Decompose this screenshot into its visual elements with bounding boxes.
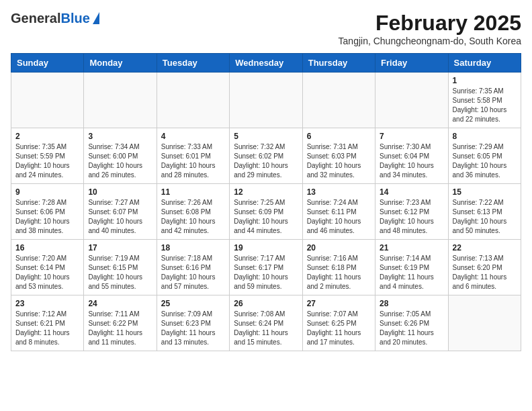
day-info: Sunrise: 7:19 AM Sunset: 6:15 PM Dayligh… bbox=[88, 254, 152, 291]
weekday-header-tuesday: Tuesday bbox=[157, 54, 229, 73]
calendar-day: 12Sunrise: 7:25 AM Sunset: 6:09 PM Dayli… bbox=[230, 184, 302, 240]
calendar-day: 20Sunrise: 7:16 AM Sunset: 6:18 PM Dayli… bbox=[302, 240, 375, 295]
calendar-day: 17Sunrise: 7:19 AM Sunset: 6:15 PM Dayli… bbox=[84, 240, 157, 295]
calendar-day: 24Sunrise: 7:11 AM Sunset: 6:22 PM Dayli… bbox=[84, 295, 157, 351]
day-info: Sunrise: 7:33 AM Sunset: 6:01 PM Dayligh… bbox=[161, 142, 225, 180]
day-number: 14 bbox=[380, 187, 443, 197]
logo-blue: Blue bbox=[60, 11, 89, 26]
calendar-week-3: 9Sunrise: 7:28 AM Sunset: 6:06 PM Daylig… bbox=[11, 184, 521, 240]
day-info: Sunrise: 7:22 AM Sunset: 6:13 PM Dayligh… bbox=[453, 198, 517, 236]
day-info: Sunrise: 7:11 AM Sunset: 6:22 PM Dayligh… bbox=[88, 310, 152, 347]
weekday-header-monday: Monday bbox=[84, 54, 157, 73]
day-info: Sunrise: 7:05 AM Sunset: 6:26 PM Dayligh… bbox=[380, 310, 443, 347]
calendar-day bbox=[84, 73, 157, 128]
month-title: February 2025 bbox=[339, 11, 521, 36]
day-info: Sunrise: 7:18 AM Sunset: 6:16 PM Dayligh… bbox=[161, 254, 225, 291]
day-number: 1 bbox=[453, 76, 517, 85]
calendar-day: 27Sunrise: 7:07 AM Sunset: 6:25 PM Dayli… bbox=[302, 295, 375, 351]
weekday-header-friday: Friday bbox=[375, 54, 448, 73]
day-number: 24 bbox=[88, 299, 152, 308]
day-number: 8 bbox=[453, 132, 517, 141]
day-number: 18 bbox=[161, 243, 225, 253]
day-number: 2 bbox=[15, 132, 79, 141]
calendar-table: SundayMondayTuesdayWednesdayThursdayFrid… bbox=[11, 53, 521, 351]
day-number: 17 bbox=[88, 243, 152, 253]
logo: GeneralBlue bbox=[11, 11, 99, 26]
day-info: Sunrise: 7:35 AM Sunset: 5:58 PM Dayligh… bbox=[453, 87, 517, 124]
calendar-day bbox=[448, 295, 521, 351]
logo-triangle-icon bbox=[93, 12, 99, 24]
day-number: 28 bbox=[380, 299, 443, 308]
day-info: Sunrise: 7:32 AM Sunset: 6:02 PM Dayligh… bbox=[234, 142, 298, 180]
calendar-day bbox=[230, 73, 302, 128]
calendar-week-2: 2Sunrise: 7:35 AM Sunset: 5:59 PM Daylig… bbox=[11, 128, 521, 184]
day-number: 26 bbox=[234, 299, 298, 308]
day-info: Sunrise: 7:31 AM Sunset: 6:03 PM Dayligh… bbox=[307, 142, 371, 180]
day-number: 20 bbox=[307, 243, 371, 253]
day-info: Sunrise: 7:29 AM Sunset: 6:05 PM Dayligh… bbox=[453, 142, 517, 180]
day-info: Sunrise: 7:07 AM Sunset: 6:25 PM Dayligh… bbox=[307, 310, 371, 347]
day-number: 27 bbox=[307, 299, 371, 308]
day-info: Sunrise: 7:25 AM Sunset: 6:09 PM Dayligh… bbox=[234, 198, 298, 236]
calendar-day: 13Sunrise: 7:24 AM Sunset: 6:11 PM Dayli… bbox=[302, 184, 375, 240]
day-number: 22 bbox=[453, 243, 517, 253]
day-number: 25 bbox=[161, 299, 225, 308]
day-number: 3 bbox=[88, 132, 152, 141]
calendar-day bbox=[11, 73, 84, 128]
day-info: Sunrise: 7:26 AM Sunset: 6:08 PM Dayligh… bbox=[161, 198, 225, 236]
day-info: Sunrise: 7:23 AM Sunset: 6:12 PM Dayligh… bbox=[380, 198, 443, 236]
calendar-day bbox=[375, 73, 448, 128]
title-section: February 2025 Tangjin, Chungcheongnam-do… bbox=[339, 11, 521, 46]
weekday-header-row: SundayMondayTuesdayWednesdayThursdayFrid… bbox=[11, 54, 521, 73]
calendar-day: 14Sunrise: 7:23 AM Sunset: 6:12 PM Dayli… bbox=[375, 184, 448, 240]
calendar-day: 10Sunrise: 7:27 AM Sunset: 6:07 PM Dayli… bbox=[84, 184, 157, 240]
calendar-day: 28Sunrise: 7:05 AM Sunset: 6:26 PM Dayli… bbox=[375, 295, 448, 351]
day-info: Sunrise: 7:09 AM Sunset: 6:23 PM Dayligh… bbox=[161, 310, 225, 347]
calendar-day: 1Sunrise: 7:35 AM Sunset: 5:58 PM Daylig… bbox=[448, 73, 521, 128]
day-info: Sunrise: 7:13 AM Sunset: 6:20 PM Dayligh… bbox=[453, 254, 517, 291]
weekday-header-sunday: Sunday bbox=[11, 54, 84, 73]
day-info: Sunrise: 7:34 AM Sunset: 6:00 PM Dayligh… bbox=[88, 142, 152, 180]
day-number: 21 bbox=[380, 243, 443, 253]
calendar-day: 9Sunrise: 7:28 AM Sunset: 6:06 PM Daylig… bbox=[11, 184, 84, 240]
day-info: Sunrise: 7:17 AM Sunset: 6:17 PM Dayligh… bbox=[234, 254, 298, 291]
weekday-header-saturday: Saturday bbox=[448, 54, 521, 73]
day-info: Sunrise: 7:16 AM Sunset: 6:18 PM Dayligh… bbox=[307, 254, 371, 291]
day-number: 9 bbox=[15, 187, 79, 197]
calendar-day: 2Sunrise: 7:35 AM Sunset: 5:59 PM Daylig… bbox=[11, 128, 84, 184]
calendar-day: 11Sunrise: 7:26 AM Sunset: 6:08 PM Dayli… bbox=[157, 184, 229, 240]
day-info: Sunrise: 7:28 AM Sunset: 6:06 PM Dayligh… bbox=[15, 198, 79, 236]
weekday-header-thursday: Thursday bbox=[302, 54, 375, 73]
day-info: Sunrise: 7:08 AM Sunset: 6:24 PM Dayligh… bbox=[234, 310, 298, 347]
calendar-day: 15Sunrise: 7:22 AM Sunset: 6:13 PM Dayli… bbox=[448, 184, 521, 240]
day-info: Sunrise: 7:12 AM Sunset: 6:21 PM Dayligh… bbox=[15, 310, 79, 347]
calendar-day: 7Sunrise: 7:30 AM Sunset: 6:04 PM Daylig… bbox=[375, 128, 448, 184]
location-subtitle: Tangjin, Chungcheongnam-do, South Korea bbox=[339, 36, 521, 46]
day-info: Sunrise: 7:20 AM Sunset: 6:14 PM Dayligh… bbox=[15, 254, 79, 291]
calendar-day: 22Sunrise: 7:13 AM Sunset: 6:20 PM Dayli… bbox=[448, 240, 521, 295]
calendar-day: 25Sunrise: 7:09 AM Sunset: 6:23 PM Dayli… bbox=[157, 295, 229, 351]
day-info: Sunrise: 7:30 AM Sunset: 6:04 PM Dayligh… bbox=[380, 142, 443, 180]
calendar-day: 6Sunrise: 7:31 AM Sunset: 6:03 PM Daylig… bbox=[302, 128, 375, 184]
calendar-day bbox=[157, 73, 229, 128]
calendar-day: 21Sunrise: 7:14 AM Sunset: 6:19 PM Dayli… bbox=[375, 240, 448, 295]
day-number: 5 bbox=[234, 132, 298, 141]
calendar-day: 18Sunrise: 7:18 AM Sunset: 6:16 PM Dayli… bbox=[157, 240, 229, 295]
logo-general: General bbox=[11, 11, 60, 26]
day-number: 13 bbox=[307, 187, 371, 197]
calendar-week-1: 1Sunrise: 7:35 AM Sunset: 5:58 PM Daylig… bbox=[11, 73, 521, 128]
calendar-day bbox=[302, 73, 375, 128]
calendar-day: 23Sunrise: 7:12 AM Sunset: 6:21 PM Dayli… bbox=[11, 295, 84, 351]
calendar-day: 19Sunrise: 7:17 AM Sunset: 6:17 PM Dayli… bbox=[230, 240, 302, 295]
calendar-day: 8Sunrise: 7:29 AM Sunset: 6:05 PM Daylig… bbox=[448, 128, 521, 184]
day-number: 12 bbox=[234, 187, 298, 197]
calendar-day: 16Sunrise: 7:20 AM Sunset: 6:14 PM Dayli… bbox=[11, 240, 84, 295]
calendar-week-4: 16Sunrise: 7:20 AM Sunset: 6:14 PM Dayli… bbox=[11, 240, 521, 295]
page-header: GeneralBlue February 2025 Tangjin, Chung… bbox=[11, 11, 521, 46]
day-info: Sunrise: 7:27 AM Sunset: 6:07 PM Dayligh… bbox=[88, 198, 152, 236]
calendar-day: 26Sunrise: 7:08 AM Sunset: 6:24 PM Dayli… bbox=[230, 295, 302, 351]
weekday-header-wednesday: Wednesday bbox=[230, 54, 302, 73]
calendar-day: 5Sunrise: 7:32 AM Sunset: 6:02 PM Daylig… bbox=[230, 128, 302, 184]
calendar-day: 3Sunrise: 7:34 AM Sunset: 6:00 PM Daylig… bbox=[84, 128, 157, 184]
day-number: 4 bbox=[161, 132, 225, 141]
